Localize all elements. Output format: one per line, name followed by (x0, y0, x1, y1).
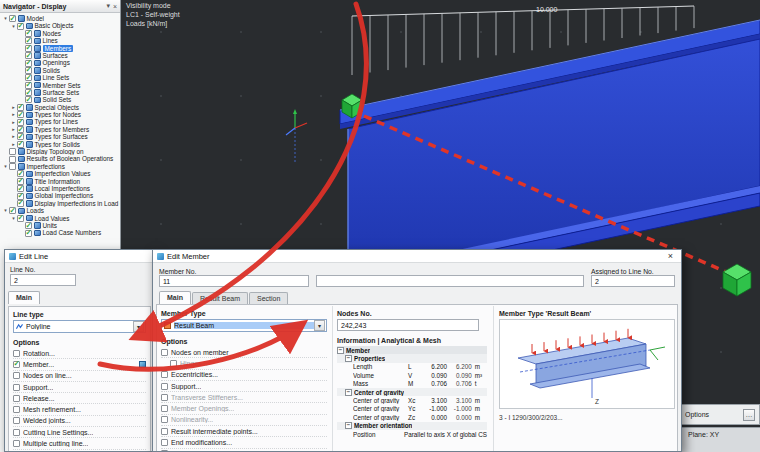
line-option-release[interactable]: Release... (13, 393, 146, 404)
navigator-titlebar[interactable]: Navigator - Display ▾ × (0, 0, 120, 13)
tree-item-solids[interactable]: Solids (0, 67, 120, 74)
tree-item-surface-sets[interactable]: Surface Sets (0, 89, 120, 96)
line-option-rotation[interactable]: Rotation... (13, 348, 146, 359)
checkbox[interactable] (25, 52, 32, 59)
checkbox[interactable] (161, 371, 168, 378)
checkbox[interactable] (9, 156, 16, 163)
checkbox[interactable] (25, 67, 32, 74)
checkbox[interactable] (25, 60, 32, 67)
checkbox[interactable] (13, 440, 20, 447)
checkbox[interactable] (13, 350, 20, 357)
member-option-nodes-on-member[interactable]: Nodes on member (161, 347, 327, 358)
tree-item-model[interactable]: ▾Model (0, 15, 120, 22)
member-option-end-modifications[interactable]: End modifications... (161, 437, 327, 448)
tree-item-types-for-lines[interactable]: ▸Types for Lines (0, 118, 120, 125)
line-option-mesh-refinement[interactable]: Mesh refinement... (13, 404, 146, 415)
collapse-icon[interactable]: − (345, 422, 352, 429)
tree-item-lines[interactable]: Lines (0, 37, 120, 44)
tree-item-types-for-members[interactable]: ▸Types for Members (0, 126, 120, 133)
tree-item-nodes[interactable]: Nodes (0, 30, 120, 37)
checkbox[interactable] (17, 133, 24, 140)
options-more-button[interactable]: … (743, 409, 755, 421)
expander-icon[interactable]: ▾ (10, 23, 17, 30)
tree-item-types-for-nodes[interactable]: ▸Types for Nodes (0, 111, 120, 118)
info-group-center-of-gravity[interactable]: −Center of gravity (337, 388, 487, 396)
checkbox[interactable] (9, 148, 16, 155)
support-node-end[interactable] (723, 264, 751, 296)
expander-icon[interactable]: ▾ (2, 163, 9, 170)
checkbox[interactable] (17, 119, 24, 126)
collapse-icon[interactable]: − (337, 347, 344, 354)
checkbox[interactable] (25, 45, 32, 52)
member-type-select[interactable]: Result Beam ▾ (161, 319, 327, 332)
checkbox[interactable] (13, 395, 20, 402)
checkbox[interactable] (161, 428, 168, 435)
line-no-input[interactable]: 2 (10, 274, 76, 286)
tree-item-members[interactable]: Members (0, 45, 120, 52)
chevron-down-icon[interactable]: ▾ (106, 2, 110, 10)
tree-item-load-values[interactable]: ▾Load Values (0, 215, 120, 222)
tree-item-units[interactable]: Units (0, 222, 120, 229)
tree-item-results-of-boolean-operations[interactable]: Results of Boolean Operations (0, 155, 120, 162)
member-name-field[interactable] (316, 275, 584, 287)
checkbox[interactable] (9, 15, 16, 22)
info-group-member-orientation[interactable]: −Member orientation (337, 422, 487, 430)
expander-icon[interactable]: ▸ (10, 141, 17, 148)
member-option-nonlinearity[interactable]: Nonlinearity... (161, 415, 327, 426)
tree-item-solid-sets[interactable]: Solid Sets (0, 96, 120, 103)
tree-item-types-for-surfaces[interactable]: ▸Types for Surfaces (0, 133, 120, 140)
edit-line-titlebar[interactable]: Edit Line (5, 250, 154, 263)
checkbox[interactable] (17, 215, 24, 222)
checkbox[interactable] (161, 349, 168, 356)
member-option-support[interactable]: Support... (161, 381, 327, 392)
tab-main-line[interactable]: Main (8, 291, 40, 304)
tab-main[interactable]: Main (159, 291, 191, 304)
nodes-no-input[interactable]: 242,243 (337, 319, 479, 331)
checkbox[interactable] (13, 406, 20, 413)
checkbox[interactable] (25, 37, 32, 44)
member-option-transverse-stiffeners[interactable]: Transverse Stiffeners... (161, 392, 327, 403)
checkbox[interactable] (161, 383, 168, 390)
checkbox[interactable] (17, 126, 24, 133)
line-option-support[interactable]: Support... (13, 382, 146, 393)
tree-item-special-objects[interactable]: ▸Special Objects (0, 104, 120, 111)
checkbox[interactable] (17, 104, 24, 111)
checkbox[interactable] (25, 82, 32, 89)
checkbox[interactable] (13, 417, 20, 424)
checkbox[interactable] (161, 394, 168, 401)
collapse-icon[interactable]: − (345, 389, 352, 396)
tree-item-types-for-solids[interactable]: ▸Types for Solids (0, 141, 120, 148)
checkbox[interactable] (17, 170, 24, 177)
line-option-welded-joints[interactable]: Welded joints... (13, 416, 146, 427)
tree-item-openings[interactable]: Openings (0, 59, 120, 66)
tree-item-imperfections[interactable]: ▾Imperfections (0, 163, 120, 170)
line-option-member[interactable]: Member... (13, 359, 146, 370)
checkbox[interactable] (17, 23, 24, 30)
expander-icon[interactable]: ▾ (10, 215, 17, 222)
tree-item-loads[interactable]: ▾Loads (0, 207, 120, 214)
line-option-nodes-on-line[interactable]: Nodes on line... (13, 371, 146, 382)
line-option-cutting-line-settings[interactable]: Cutting Line Settings... (13, 427, 146, 438)
tree-item-member-sets[interactable]: Member Sets (0, 82, 120, 89)
checkbox[interactable] (13, 372, 20, 379)
line-option-multiple-cutting-line[interactable]: Multiple cutting line... (13, 438, 146, 449)
tree-item-basic-objects[interactable]: ▾Basic Objects (0, 22, 120, 29)
checkbox[interactable] (25, 222, 32, 229)
checkbox[interactable] (25, 89, 32, 96)
edit-member-titlebar[interactable]: Edit Member × (153, 250, 681, 263)
checkbox[interactable] (13, 361, 20, 368)
chevron-down-icon[interactable]: ▾ (314, 320, 325, 331)
checkbox[interactable] (17, 200, 24, 207)
tree-item-load-case-numbers[interactable]: Load Case Numbers (0, 229, 120, 236)
close-icon[interactable]: × (664, 251, 677, 262)
info-group-member[interactable]: −Member (337, 346, 487, 354)
checkbox[interactable] (13, 384, 20, 391)
expander-icon[interactable]: ▾ (2, 15, 9, 22)
checkbox[interactable] (13, 429, 20, 436)
expander-icon[interactable]: ▾ (2, 207, 9, 214)
expander-icon[interactable]: ▸ (10, 126, 17, 133)
tab-section[interactable]: Section (249, 292, 288, 304)
assigned-line-input[interactable]: 2 (591, 275, 675, 287)
member-option-eccentricities[interactable]: Eccentricities... (161, 370, 327, 381)
checkbox[interactable] (161, 405, 168, 412)
